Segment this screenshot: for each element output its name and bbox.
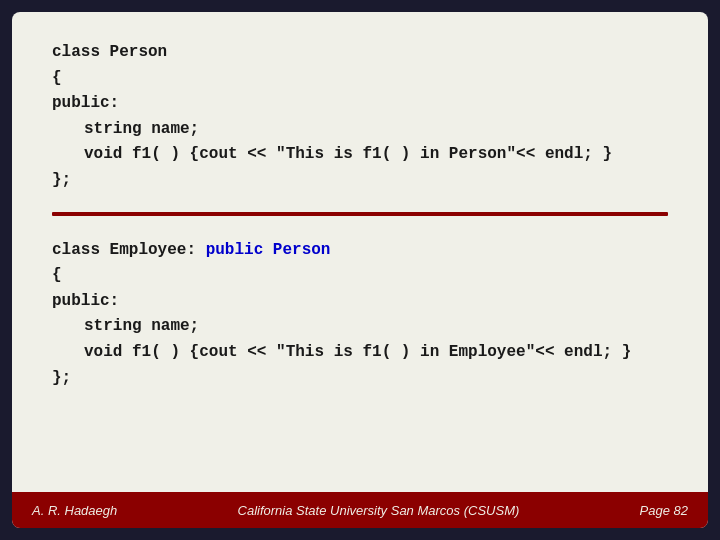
footer: A. R. Hadaegh California State Universit… [12, 492, 708, 528]
code-line: { [52, 66, 668, 92]
footer-author: A. R. Hadaegh [32, 503, 117, 518]
code-line: }; [52, 366, 668, 392]
code-line: void f1( ) {cout << "This is f1( ) in Em… [52, 340, 668, 366]
divider [52, 212, 668, 216]
code-line: class Employee: public Person [52, 238, 668, 264]
code-line: public: [52, 91, 668, 117]
highlight-public-person: public Person [206, 241, 331, 259]
slide-content: class Person { public: string name; void… [12, 12, 708, 492]
code-block-1: class Person { public: string name; void… [52, 40, 668, 194]
footer-institution: California State University San Marcos (… [238, 503, 520, 518]
code-line: string name; [52, 314, 668, 340]
code-line: { [52, 263, 668, 289]
code-line: string name; [52, 117, 668, 143]
code-line: void f1( ) {cout << "This is f1( ) in Pe… [52, 142, 668, 168]
footer-page: Page 82 [640, 503, 688, 518]
code-line: class Person [52, 40, 668, 66]
code-line: public: [52, 289, 668, 315]
slide: class Person { public: string name; void… [12, 12, 708, 528]
code-line: }; [52, 168, 668, 194]
code-block-2: class Employee: public Person { public: … [52, 238, 668, 392]
